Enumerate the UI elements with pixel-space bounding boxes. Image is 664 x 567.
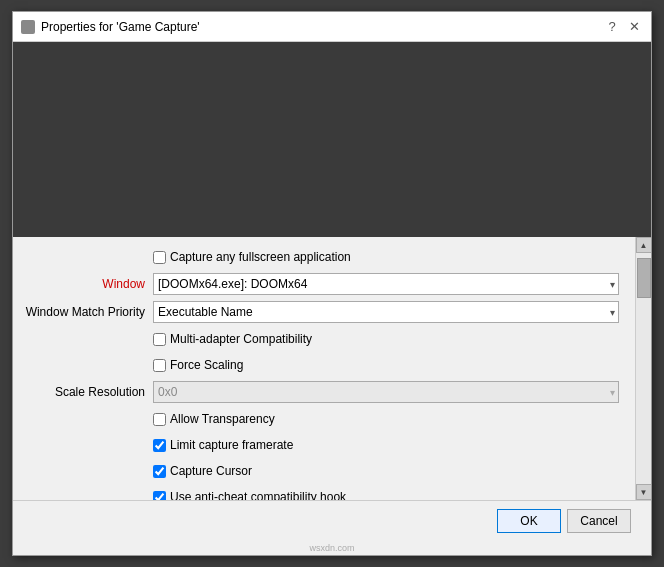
- limit-framerate-checkbox[interactable]: [153, 439, 166, 452]
- watermark: wsxdn.com: [13, 541, 651, 555]
- form-panel: Capture any fullscreen application Windo…: [13, 237, 635, 500]
- allow-transparency-checkbox[interactable]: [153, 413, 166, 426]
- window-row: Window [DOOMx64.exe]: DOOMx64: [23, 273, 619, 295]
- capture-fullscreen-row: Capture any fullscreen application: [23, 247, 619, 267]
- window-match-select[interactable]: Executable Name: [153, 301, 619, 323]
- help-button[interactable]: ?: [603, 18, 621, 36]
- scrollbar: ▲ ▼: [635, 237, 651, 500]
- allow-transparency-label[interactable]: Allow Transparency: [153, 412, 275, 426]
- window-select-wrapper: [DOOMx64.exe]: DOOMx64: [153, 273, 619, 295]
- title-icon: [21, 20, 35, 34]
- capture-cursor-checkbox[interactable]: [153, 465, 166, 478]
- capture-fullscreen-label[interactable]: Capture any fullscreen application: [153, 250, 351, 264]
- title-bar: Properties for 'Game Capture' ? ✕: [13, 12, 651, 42]
- title-bar-buttons: ? ✕: [603, 18, 643, 36]
- scrollbar-thumb[interactable]: [637, 258, 651, 298]
- scroll-down-arrow[interactable]: ▼: [636, 484, 652, 500]
- capture-cursor-label[interactable]: Capture Cursor: [153, 464, 252, 478]
- capture-cursor-row: Capture Cursor: [23, 461, 619, 481]
- content-area: Capture any fullscreen application Windo…: [13, 237, 651, 500]
- close-button[interactable]: ✕: [625, 18, 643, 36]
- force-scaling-label[interactable]: Force Scaling: [153, 358, 243, 372]
- capture-fullscreen-checkbox[interactable]: [153, 251, 166, 264]
- dialog-title: Properties for 'Game Capture': [41, 20, 200, 34]
- allow-transparency-row: Allow Transparency: [23, 409, 619, 429]
- force-scaling-checkbox[interactable]: [153, 359, 166, 372]
- scale-resolution-row: Scale Resolution 0x0: [23, 381, 619, 403]
- dialog: Properties for 'Game Capture' ? ✕ Captur…: [12, 11, 652, 556]
- preview-area: [13, 42, 651, 237]
- anti-cheat-label[interactable]: Use anti-cheat compatibility hook: [153, 490, 346, 500]
- multi-adapter-label[interactable]: Multi-adapter Compatibility: [153, 332, 312, 346]
- scroll-up-arrow[interactable]: ▲: [636, 237, 652, 253]
- limit-framerate-label[interactable]: Limit capture framerate: [153, 438, 293, 452]
- scale-resolution-wrapper: 0x0: [153, 381, 619, 403]
- footer: OK Cancel: [13, 500, 651, 541]
- anti-cheat-checkbox[interactable]: [153, 491, 166, 501]
- limit-framerate-row: Limit capture framerate: [23, 435, 619, 455]
- cancel-button[interactable]: Cancel: [567, 509, 631, 533]
- scrollbar-track[interactable]: [636, 253, 651, 484]
- scale-resolution-display: 0x0: [153, 381, 619, 403]
- window-match-priority-label: Window Match Priority: [23, 305, 153, 319]
- scale-resolution-label: Scale Resolution: [23, 385, 153, 399]
- window-match-priority-row: Window Match Priority Executable Name: [23, 301, 619, 323]
- window-match-select-wrapper: Executable Name: [153, 301, 619, 323]
- window-select[interactable]: [DOOMx64.exe]: DOOMx64: [153, 273, 619, 295]
- window-label: Window: [23, 277, 153, 291]
- multi-adapter-row: Multi-adapter Compatibility: [23, 329, 619, 349]
- force-scaling-row: Force Scaling: [23, 355, 619, 375]
- multi-adapter-checkbox[interactable]: [153, 333, 166, 346]
- ok-button[interactable]: OK: [497, 509, 561, 533]
- anti-cheat-row: Use anti-cheat compatibility hook: [23, 487, 619, 500]
- title-bar-left: Properties for 'Game Capture': [21, 20, 200, 34]
